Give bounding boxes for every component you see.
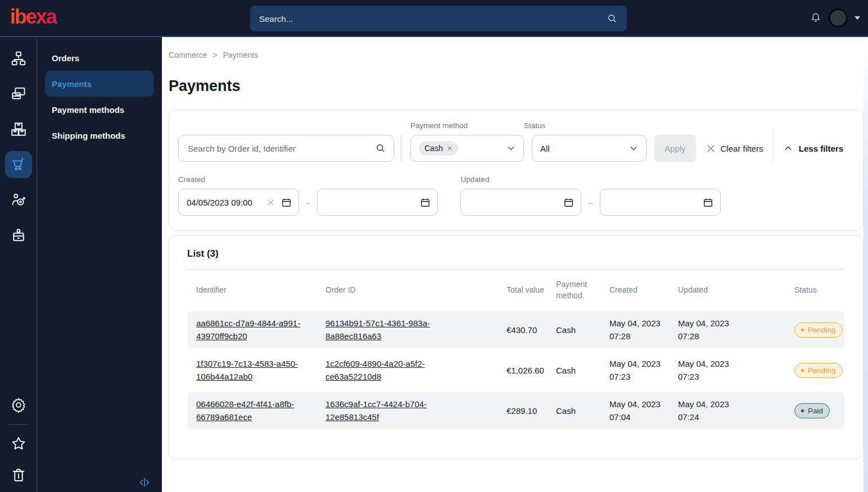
created-to-input[interactable] <box>317 189 438 216</box>
col-payment-method: Payment method <box>556 279 609 301</box>
sidebar-item-shipping-methods[interactable]: Shipping methods <box>45 122 154 148</box>
payment-method-label: Payment method <box>410 121 524 130</box>
status-label: Paid <box>808 407 823 415</box>
sidebar-item-commerce[interactable] <box>0 147 37 182</box>
order-id-link[interactable]: 1c2cf609-4890-4a20-a5f2-ce63a52210d8 <box>326 357 448 384</box>
updated-from-value[interactable] <box>469 198 563 207</box>
trash-icon <box>10 467 27 484</box>
brand-logo[interactable]: ibexa <box>8 7 60 29</box>
user-avatar[interactable] <box>829 8 848 28</box>
user-menu-caret-icon[interactable] <box>855 16 860 20</box>
updated-label: Updated <box>460 175 720 184</box>
updated-to-input[interactable] <box>600 189 721 216</box>
topbar-actions <box>810 8 860 28</box>
apply-button[interactable]: Apply <box>654 135 696 162</box>
col-updated: Updated <box>678 285 794 296</box>
status-select[interactable]: All <box>532 135 647 162</box>
order-id-link[interactable]: 1636c9af-1cc7-4424-b704-12e85813c45f <box>326 398 448 424</box>
clear-date-icon[interactable] <box>267 199 274 206</box>
created-from-value[interactable] <box>187 198 267 207</box>
breadcrumb-separator: > <box>213 51 217 60</box>
filter-search-input[interactable] <box>178 135 394 162</box>
cart-icon <box>10 156 27 173</box>
sidebar-item-payments[interactable]: Payments <box>45 71 154 97</box>
status-badge: Pending <box>794 363 843 378</box>
sitemap-icon <box>10 50 27 67</box>
chevron-up-icon <box>784 144 793 153</box>
identifier-link[interactable]: 1f307c19-7c13-4583-a450-106b44a12ab0 <box>196 357 319 384</box>
created-date: May 04, 2023 07:04 <box>609 398 666 424</box>
status-dot <box>801 369 804 372</box>
payment-method-select[interactable]: Cash <box>410 135 524 162</box>
global-search[interactable] <box>250 6 627 31</box>
audience-target-icon <box>10 192 27 208</box>
sidebar-item-orders[interactable]: Orders <box>45 45 154 71</box>
rail-divider <box>9 424 28 425</box>
payment-method: Cash <box>556 366 609 375</box>
breadcrumb-commerce[interactable]: Commerce <box>169 51 207 60</box>
status-label: Pending <box>808 366 836 375</box>
list-title: List (3) <box>187 248 844 259</box>
sidebar-item-content-tree[interactable] <box>0 40 37 76</box>
total-value: €1,026.60 <box>507 366 556 375</box>
sidebar-item-settings[interactable] <box>0 389 37 421</box>
table-header: Identifier Order ID Total value Payment … <box>187 270 844 311</box>
search-icon <box>607 13 618 24</box>
chip-remove-icon[interactable] <box>447 145 453 151</box>
sidebar-item-products[interactable] <box>0 111 37 147</box>
table-row: 1f307c19-7c13-4583-a450-106b44a12ab0 1c2… <box>187 352 844 389</box>
status-field: Status All <box>524 121 647 162</box>
sidebar-item-company[interactable] <box>0 217 37 253</box>
calendar-icon[interactable] <box>563 197 574 208</box>
status-dot <box>801 329 804 331</box>
sidebar-collapse-button[interactable] <box>138 476 151 489</box>
calendar-icon[interactable] <box>703 197 713 208</box>
payments-list-card: List (3) Identifier Order ID Total value… <box>169 235 864 459</box>
status-label: Status <box>524 121 647 130</box>
filter-divider <box>401 135 401 162</box>
created-to-value[interactable] <box>326 198 420 207</box>
payment-method-chip: Cash <box>419 141 458 156</box>
filters-card: Payment method Cash Status All <box>169 110 864 231</box>
clear-filters-button[interactable]: Clear filters <box>706 135 763 162</box>
updated-to-value[interactable] <box>608 198 703 207</box>
calendar-icon[interactable] <box>281 197 292 208</box>
clear-filters-label: Clear filters <box>721 144 763 153</box>
sidebar-item-audience[interactable] <box>0 182 37 217</box>
total-value: €430.70 <box>507 325 556 335</box>
order-id-link[interactable]: 96134b91-57c1-4361-983a-8a88ec816a63 <box>326 317 448 343</box>
badge-icon <box>10 227 27 244</box>
calendar-icon[interactable] <box>420 197 431 208</box>
status-badge: Paid <box>794 403 830 418</box>
created-from-input[interactable] <box>178 189 299 216</box>
sidebar-item-trash[interactable] <box>0 459 37 491</box>
updated-date: May 04, 2023 07:23 <box>678 357 734 384</box>
identifier-link[interactable]: 06466028-e42f-4f41-a8fb-66789a681ece <box>196 398 319 424</box>
payment-method-field: Payment method Cash <box>410 121 524 162</box>
col-created: Created <box>609 285 678 296</box>
range-separator: – <box>306 198 310 207</box>
less-filters-label: Less filters <box>799 144 843 153</box>
updated-from-input[interactable] <box>460 189 581 216</box>
search-icon[interactable] <box>375 143 386 154</box>
col-status: Status <box>794 285 844 296</box>
sidebar-item-payment-methods[interactable]: Payment methods <box>45 97 154 122</box>
col-identifier: Identifier <box>187 285 326 296</box>
main-content: Commerce > Payments Payments Payment met… <box>162 37 868 492</box>
close-icon <box>706 144 716 153</box>
created-date: May 04, 2023 07:23 <box>609 357 666 384</box>
sidebar-item-pages[interactable] <box>0 76 37 111</box>
icon-sidebar <box>0 37 37 492</box>
global-search-input[interactable] <box>259 14 607 24</box>
total-value: €289.10 <box>507 406 556 416</box>
chip-label: Cash <box>424 144 443 153</box>
less-filters-toggle[interactable]: Less filters <box>784 135 843 162</box>
identifier-link[interactable]: aa6861cc-d7a9-4844-a991-43970ff9cb20 <box>196 317 319 343</box>
table-row: 06466028-e42f-4f41-a8fb-66789a681ece 163… <box>187 392 844 429</box>
updated-date: May 04, 2023 07:28 <box>678 317 734 343</box>
products-icon <box>10 121 27 138</box>
notifications-bell-icon[interactable] <box>810 12 822 24</box>
rail-bottom-group <box>0 389 37 492</box>
chevron-down-icon <box>629 144 638 153</box>
sidebar-item-bookmarks[interactable] <box>0 428 37 459</box>
